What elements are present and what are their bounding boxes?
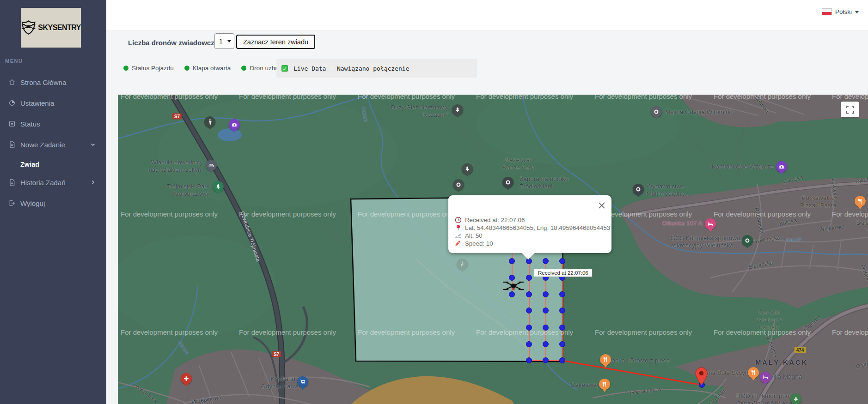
tree-pin[interactable] <box>462 163 473 175</box>
mark-area-button[interactable]: Zaznacz teren zwiadu <box>236 35 315 49</box>
bridge-pin[interactable] <box>206 160 217 171</box>
document-icon <box>8 179 16 186</box>
menu-header: MENU <box>5 58 23 64</box>
sidebar-item-status[interactable]: Status <box>0 118 106 129</box>
map[interactable]: For development purposes onlyFor develop… <box>118 95 868 404</box>
app-window: SKYSENTRY MENU Strona Główna Ustawienia … <box>0 0 868 404</box>
sidebar-item-settings[interactable]: Ustawienia <box>0 97 106 109</box>
ring-pin[interactable] <box>502 177 513 188</box>
fullscreen-button[interactable] <box>841 102 859 117</box>
waypoint-dot[interactable] <box>526 325 532 331</box>
route-shield: 474 <box>795 347 806 353</box>
logout-icon <box>8 199 16 207</box>
restaurant-pin[interactable] <box>600 354 611 365</box>
flower-pin[interactable] <box>790 393 801 404</box>
waypoint-dot[interactable] <box>543 291 549 297</box>
chevron-down-icon <box>227 40 231 42</box>
language-label: Polski <box>835 8 852 15</box>
settings-icon <box>8 99 16 107</box>
live-data-status: ✓ Live Data - Nawiązano połączenie <box>276 59 477 78</box>
topbar <box>106 0 868 31</box>
waypoint-dot[interactable] <box>559 357 565 363</box>
camera-pin[interactable] <box>776 161 787 172</box>
checkbox-checked-icon: ✓ <box>281 65 288 72</box>
status-icon <box>8 120 16 127</box>
drone-count-select[interactable]: 1 <box>214 33 234 49</box>
cross-pin[interactable] <box>181 373 192 384</box>
waypoint-dot[interactable] <box>526 308 532 314</box>
ring-pin[interactable] <box>453 179 464 190</box>
telemetry-popup: Received at: 22:07:06 Lat: 54.4834466563… <box>448 195 611 253</box>
waypoint-dot[interactable] <box>526 275 532 281</box>
poland-flag-icon <box>822 8 832 15</box>
hiker-pin[interactable] <box>204 116 215 127</box>
green-dot-icon <box>123 66 128 71</box>
close-icon[interactable] <box>598 202 605 209</box>
hiker-pin[interactable] <box>457 259 468 270</box>
route-shield: S7 <box>272 351 281 357</box>
drone-count-value: 1 <box>219 37 223 45</box>
home-icon <box>8 78 16 86</box>
popup-row-altitude: Alt: 50 <box>455 232 608 239</box>
ring-pin[interactable] <box>742 235 753 246</box>
waypoint-dot[interactable] <box>543 341 549 347</box>
green-dot-icon <box>241 66 246 71</box>
waypoint-dot[interactable] <box>543 258 549 264</box>
waypoint-dot[interactable] <box>526 357 532 363</box>
waypoint-dot[interactable] <box>559 341 565 347</box>
language-selector[interactable]: Polski <box>822 8 859 15</box>
live-data-text: Live Data - Nawiązano połączenie <box>293 65 409 72</box>
chevron-right-icon <box>90 180 96 185</box>
popup-row-received: Received at: 22:07:06 <box>455 216 608 223</box>
waypoint-dot[interactable] <box>559 258 565 264</box>
waypoint-dot[interactable] <box>526 341 532 347</box>
fullscreen-icon <box>846 106 854 114</box>
chevron-down-icon <box>90 142 96 147</box>
cart-pin[interactable] <box>297 376 308 387</box>
sidebar-item-new-task[interactable]: Nowe Zadanie <box>0 139 106 150</box>
route-shield: S7 <box>172 114 182 120</box>
sidebar-item-zwiad[interactable]: Zwiad <box>0 159 106 170</box>
ring-pin[interactable] <box>651 106 662 117</box>
waypoint-dot[interactable] <box>509 258 515 264</box>
waypoint-dot[interactable] <box>526 291 532 297</box>
logo-wordmark: SKYSENTRY <box>38 24 81 32</box>
popup-row-speed: Speed: 10 <box>455 240 608 247</box>
waypoint-dot[interactable] <box>543 357 549 363</box>
waypoint-dot[interactable] <box>559 291 565 297</box>
drone-shield-icon <box>21 18 36 37</box>
legend-item-hatch-open: Klapa otwarta <box>184 65 231 72</box>
waypoint-tooltip: Received at 22:07:06 <box>534 269 593 277</box>
pin-icon <box>455 224 462 231</box>
drone-marker[interactable] <box>503 279 524 293</box>
green-dot-icon <box>184 66 189 71</box>
clock-icon <box>455 217 462 223</box>
rocket-icon <box>455 240 462 247</box>
plane-takeoff-icon <box>455 232 462 239</box>
restaurant-pin[interactable] <box>599 379 610 390</box>
app-logo[interactable]: SKYSENTRY <box>21 8 81 48</box>
bed-pin[interactable] <box>760 372 771 383</box>
destination-marker[interactable] <box>695 367 708 386</box>
ring-pin[interactable] <box>633 184 644 195</box>
camera-pin[interactable] <box>229 119 240 130</box>
waypoint-dot[interactable] <box>543 308 549 314</box>
popup-arrow <box>521 253 535 259</box>
waypoint-dot[interactable] <box>543 325 549 331</box>
restaurant-pin[interactable] <box>748 367 759 378</box>
sidebar: SKYSENTRY MENU Strona Główna Ustawienia … <box>0 0 106 404</box>
drone-count-label: Liczba dronów zwiadowczych: <box>128 39 229 47</box>
document-icon <box>8 141 16 148</box>
legend-item-vehicle-status: Status Pojazdu <box>123 65 174 72</box>
waypoint-dot[interactable] <box>559 308 565 314</box>
bed-pin[interactable] <box>705 218 716 229</box>
tree-pin[interactable] <box>213 181 224 192</box>
chevron-down-icon <box>855 11 859 13</box>
sidebar-item-home[interactable]: Strona Główna <box>0 77 106 88</box>
restaurant-pin[interactable] <box>855 196 866 207</box>
sidebar-item-logout[interactable]: Wyloguj <box>0 198 106 209</box>
popup-row-position: Lat: 54.48344665634055, Lng: 18.49596446… <box>455 224 608 231</box>
waypoint-dot[interactable] <box>559 325 565 331</box>
sidebar-item-task-history[interactable]: Historia Zadań <box>0 177 106 188</box>
tree-pin[interactable] <box>452 104 463 115</box>
